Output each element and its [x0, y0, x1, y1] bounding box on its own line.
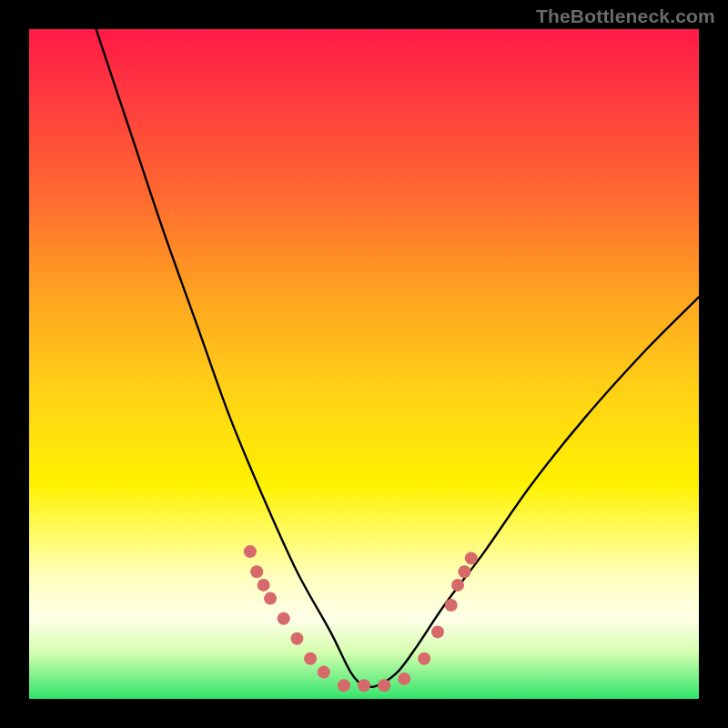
curve-marker	[258, 579, 270, 592]
curve-marker	[244, 545, 257, 558]
curve-marker	[378, 679, 390, 692]
curve-marker	[398, 672, 410, 685]
curve-marker	[451, 579, 464, 592]
curve-marker	[264, 592, 277, 605]
curve-marker	[358, 679, 370, 692]
curve-marker	[465, 551, 478, 564]
curve-marker	[338, 679, 350, 692]
curve-layer	[29, 29, 699, 699]
curve-marker	[418, 652, 430, 665]
plot-area	[29, 29, 699, 699]
curve-marker	[250, 565, 263, 578]
curve-markers	[244, 545, 478, 692]
curve-marker	[304, 652, 317, 665]
watermark-text: TheBottleneck.com	[536, 5, 715, 27]
curve-marker	[318, 666, 330, 679]
curve-marker	[290, 632, 303, 645]
bottleneck-curve	[96, 29, 699, 687]
curve-marker	[458, 565, 470, 578]
curve-marker	[445, 599, 458, 612]
curve-marker	[278, 612, 290, 625]
curve-marker	[431, 625, 444, 638]
chart-stage: TheBottleneck.com	[0, 0, 728, 728]
